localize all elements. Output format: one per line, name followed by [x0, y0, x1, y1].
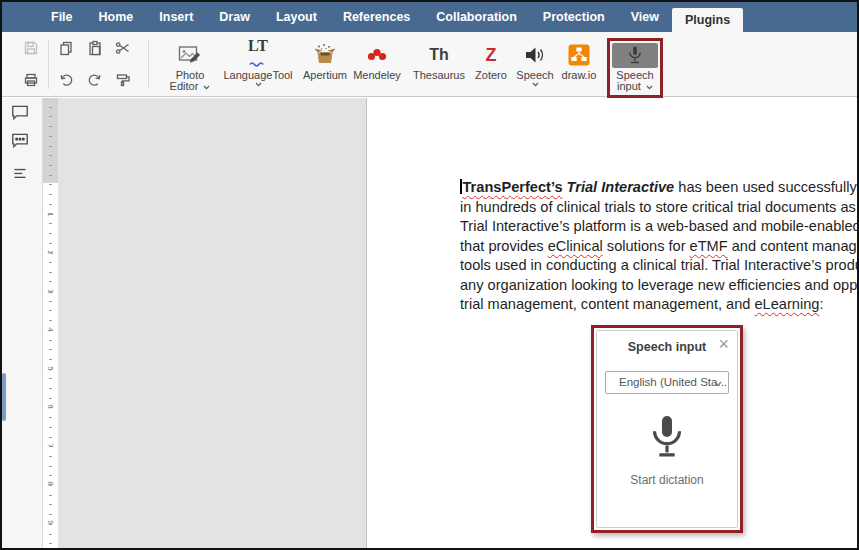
plugin-label: LanguageTool [223, 69, 292, 81]
chevron-down-icon [714, 381, 722, 387]
mendeley-button[interactable]: Mendeley [348, 42, 406, 81]
text-line: Trial Interactive’s platform is a web-ba… [460, 217, 857, 237]
thesaurus-icon: Th [408, 42, 470, 68]
plugin-label: Zotero [475, 69, 507, 81]
paste-icon[interactable] [86, 39, 104, 57]
text-segment: trial management, content management, an… [460, 296, 754, 312]
start-dictation-button[interactable]: Start dictation [597, 413, 737, 487]
text-cursor [460, 179, 462, 194]
text-segment: eTMF [690, 238, 728, 254]
text-segment: eClinical [548, 238, 603, 254]
ruler-number: 5 [46, 364, 55, 373]
plugin-label: input [617, 80, 641, 92]
text-segment: Trial Interactive’s platform is a web-ba… [460, 218, 857, 234]
left-sidebar [2, 98, 43, 548]
languagetool-button[interactable]: LT LanguageTool [216, 42, 300, 87]
zotero-icon: Z [469, 42, 513, 68]
close-icon[interactable]: × [718, 335, 729, 353]
chat-icon[interactable] [10, 130, 30, 150]
chevron-down-icon [532, 82, 539, 87]
plugin-label: draw.io [562, 69, 597, 81]
microphone-icon [644, 413, 690, 463]
comment-icon[interactable] [10, 102, 30, 122]
text-segment: tools used in conducting a clinical tria… [460, 257, 857, 273]
photo-editor-icon [162, 42, 218, 68]
text-line: any organization looking to leverage new… [460, 276, 857, 296]
ruler-number: 6 [46, 402, 55, 411]
plugin-label: Apertium [303, 69, 347, 81]
navigation-icon[interactable] [10, 164, 30, 184]
text-segment: TransPerfect’s [463, 179, 563, 195]
apertium-icon [296, 42, 354, 68]
speech-button[interactable]: Speech [512, 42, 558, 87]
drawio-icon [556, 42, 602, 68]
text-segment: has been used successfully by [674, 179, 857, 195]
toolbar-separator [148, 40, 149, 89]
chevron-down-icon [646, 85, 653, 90]
text-segment: eLearning [754, 296, 819, 312]
tab-references[interactable]: References [330, 2, 423, 32]
save-icon[interactable] [22, 39, 40, 57]
plugin-label: Editor [170, 80, 199, 92]
language-value: English (United Sta... [619, 376, 727, 388]
ruler-number: 3 [46, 287, 55, 296]
tab-insert[interactable]: Insert [146, 2, 206, 32]
chevron-down-icon [203, 85, 210, 90]
speaker-icon [512, 42, 558, 68]
ruler-number: 9 [46, 518, 55, 527]
tab-view[interactable]: View [618, 2, 672, 32]
drawio-button[interactable]: draw.io [556, 42, 602, 81]
ruler-number: 4 [46, 325, 55, 334]
redo-icon[interactable] [86, 71, 104, 89]
language-select[interactable]: English (United Sta... [605, 371, 729, 394]
toolbar: Photo Editor LT LanguageTool Apertium [2, 32, 857, 97]
start-dictation-label: Start dictation [597, 473, 737, 487]
text-line: tools used in conducting a clinical tria… [460, 256, 857, 276]
speech-input-panel: Speech input × English (United Sta... St… [596, 330, 738, 528]
tab-plugins[interactable]: Plugins [672, 8, 743, 32]
panel-title: Speech input [597, 340, 737, 354]
text-segment: in hundreds of clinical trials to store … [460, 199, 857, 215]
ruler-number: 2 [46, 248, 55, 257]
tab-collaboration[interactable]: Collaboration [423, 2, 530, 32]
sidebar-scroll-thumb[interactable] [2, 373, 6, 421]
speech-input-button[interactable]: Speech input [610, 42, 660, 92]
text-line: TransPerfect’s Trial Interactive has bee… [460, 178, 857, 198]
text-segment: Trial Interactive [567, 179, 675, 195]
cut-icon[interactable] [114, 39, 132, 57]
text-line: that provides eClinical solutions for eT… [460, 237, 857, 257]
text-segment: and content managemen [728, 238, 857, 254]
tab-protection[interactable]: Protection [530, 2, 618, 32]
photo-editor-button[interactable]: Photo Editor [162, 42, 218, 92]
copy-icon[interactable] [57, 39, 75, 57]
undo-icon[interactable] [57, 71, 75, 89]
ruler-number: 7 [46, 441, 55, 450]
text-line: trial management, content management, an… [460, 295, 857, 315]
text-segment: any organization looking to leverage new… [460, 277, 857, 293]
annotation-box-panel: Speech input × English (United Sta... St… [591, 325, 743, 533]
text-segment: : [819, 296, 823, 312]
ruler-number: 8 [46, 479, 55, 488]
plugin-label: Mendeley [353, 69, 401, 81]
text-segment: that provides [460, 238, 548, 254]
text-line: in hundreds of clinical trials to store … [460, 198, 857, 218]
plugin-label: Thesaurus [413, 69, 465, 81]
tab-home[interactable]: Home [86, 2, 147, 32]
chevron-down-icon [255, 82, 262, 87]
plugin-label: Speech [516, 69, 553, 81]
mendeley-icon [348, 42, 406, 68]
app-window: File Home Insert Draw Layout References … [0, 0, 859, 550]
languagetool-icon: LT [216, 42, 300, 68]
tab-layout[interactable]: Layout [263, 2, 330, 32]
thesaurus-button[interactable]: Th Thesaurus [408, 42, 470, 81]
zotero-button[interactable]: Z Zotero [469, 42, 513, 81]
microphone-icon [612, 43, 658, 68]
vertical-ruler[interactable]: 1 2 3 4 5 6 7 8 9 [43, 98, 58, 548]
tab-file[interactable]: File [38, 2, 86, 32]
ruler-number: 1 [46, 210, 55, 219]
copy-style-icon[interactable] [114, 71, 132, 89]
apertium-button[interactable]: Apertium [296, 42, 354, 81]
print-icon[interactable] [22, 71, 40, 89]
tab-draw[interactable]: Draw [206, 2, 263, 32]
menubar: File Home Insert Draw Layout References … [2, 2, 857, 32]
